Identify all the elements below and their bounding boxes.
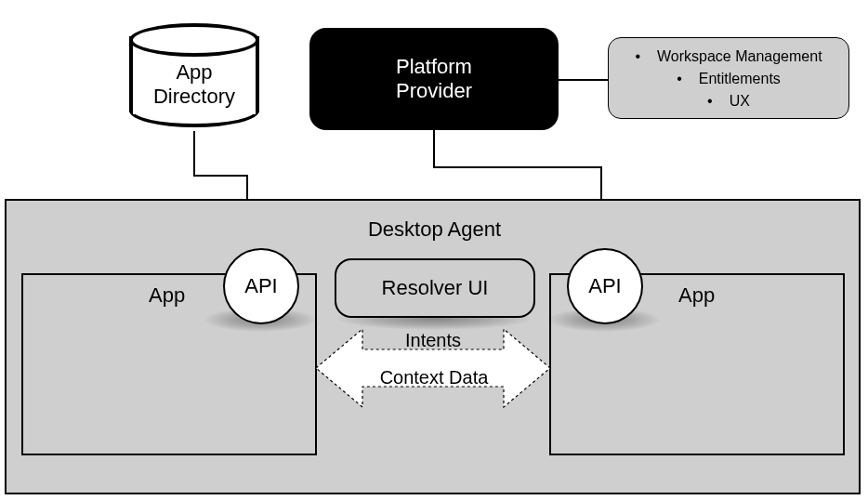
desktop-agent-title: Desktop Agent bbox=[335, 217, 534, 242]
bullet-icon: • bbox=[677, 68, 682, 90]
api-node-left: API bbox=[223, 248, 299, 324]
feature-item: Entitlements bbox=[699, 68, 781, 90]
flow-label-context: Context Data bbox=[364, 367, 504, 388]
platform-provider-box: PlatformProvider bbox=[309, 28, 559, 130]
features-box: • Workspace Management • Entitlements • … bbox=[608, 37, 849, 119]
connector-line bbox=[559, 78, 609, 82]
app-label-right: App bbox=[678, 283, 715, 308]
feature-item: Workspace Management bbox=[657, 46, 822, 68]
platform-provider-label: PlatformProvider bbox=[396, 55, 472, 103]
resolver-ui-label: Resolver UI bbox=[382, 276, 489, 300]
diagram-root: AppDirectory PlatformProvider • Workspac… bbox=[0, 0, 868, 500]
bullet-icon: • bbox=[635, 46, 640, 68]
api-label: API bbox=[588, 274, 621, 298]
resolver-ui-box: Resolver UI bbox=[335, 258, 535, 318]
bullet-icon: • bbox=[707, 90, 713, 112]
api-node-right: API bbox=[567, 248, 643, 324]
flow-label-intents: Intents bbox=[372, 330, 494, 351]
api-label: API bbox=[244, 274, 277, 298]
feature-item: UX bbox=[730, 90, 750, 112]
app-directory-cylinder: AppDirectory bbox=[129, 23, 256, 127]
app-directory-label: AppDirectory bbox=[129, 60, 259, 109]
app-label-left: App bbox=[149, 283, 185, 308]
